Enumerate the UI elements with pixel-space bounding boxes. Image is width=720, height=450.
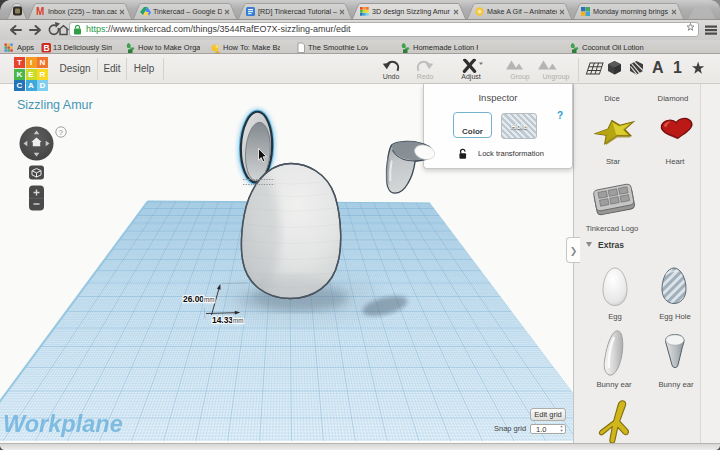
svg-text:[RD] Tinkercad Tutorial –: [RD] Tinkercad Tutorial – [258, 7, 337, 16]
svg-text:14.33mm: 14.33mm [212, 315, 243, 325]
svg-text:1: 1 [673, 59, 682, 76]
svg-text:B: B [44, 43, 50, 53]
svg-text:?: ? [59, 128, 63, 137]
svg-text:M: M [36, 6, 44, 17]
svg-text:26.00mm: 26.00mm [183, 294, 214, 304]
svg-text:3D design Sizzling Amur |: 3D design Sizzling Amur | [372, 7, 454, 16]
svg-text:Monday morning brings ne: Monday morning brings ne [593, 7, 678, 16]
svg-text:A: A [652, 59, 664, 76]
svg-text:Workplane: Workplane [3, 411, 123, 437]
